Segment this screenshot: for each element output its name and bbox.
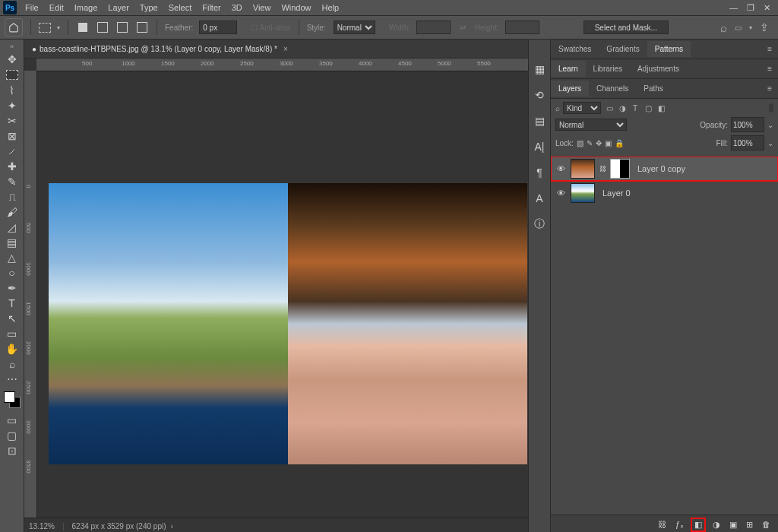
layer-name[interactable]: Layer 0 copy	[637, 164, 685, 173]
layer-thumbnail[interactable]	[571, 159, 595, 179]
style-select[interactable]: Normal	[334, 21, 375, 34]
tool-type[interactable]: T	[3, 296, 21, 311]
document-tab[interactable]: bass-coastline-HTBPNES.jpg @ 13.1% (Laye…	[40, 45, 277, 53]
filter-smart-icon[interactable]: ◧	[656, 104, 666, 112]
filter-adjust-icon[interactable]: ◑	[617, 104, 628, 112]
menu-file[interactable]: File	[20, 2, 44, 14]
filter-shape-icon[interactable]: ▢	[643, 104, 653, 112]
select-and-mask-button[interactable]: Select and Mask...	[584, 21, 669, 34]
tool-shape[interactable]: ▭	[3, 326, 21, 341]
layer-fx-icon[interactable]: ƒₓ	[675, 520, 684, 530]
layer-mask-thumbnail[interactable]	[610, 159, 630, 179]
tool-gradient[interactable]: ▤	[3, 235, 21, 250]
feather-input[interactable]	[199, 21, 237, 34]
panel-menu-icon[interactable]: ≡	[761, 45, 778, 53]
lock-transparent-icon[interactable]: ▧	[577, 139, 584, 147]
tool-blur[interactable]: △	[3, 250, 21, 265]
chevron-down-icon[interactable]: ⌄	[767, 121, 773, 129]
layer-filter-kind[interactable]: Kind	[563, 102, 601, 114]
tab-swatches[interactable]: Swatches	[551, 41, 599, 57]
blend-mode-select[interactable]: Normal	[555, 119, 627, 131]
share-icon[interactable]: ⇪	[760, 21, 769, 33]
menu-image[interactable]: Image	[69, 2, 103, 14]
home-button[interactable]	[5, 18, 23, 36]
filter-toggle[interactable]	[769, 103, 773, 112]
foreground-color[interactable]	[4, 391, 15, 403]
lock-artboard-icon[interactable]: ▣	[605, 139, 612, 147]
tool-eyedropper[interactable]: ⟋	[3, 144, 21, 159]
tool-wand[interactable]: ✦	[3, 98, 21, 113]
menu-edit[interactable]: Edit	[44, 2, 69, 14]
rail-info-icon[interactable]: ⓘ	[533, 217, 546, 231]
panel-menu-icon[interactable]: ≡	[761, 84, 778, 93]
tool-more[interactable]: ⋯	[3, 372, 21, 387]
tool-dodge[interactable]: ○	[3, 265, 21, 280]
edit-quick-icon[interactable]: ▢	[3, 428, 21, 443]
link-layers-icon[interactable]: ⛓	[658, 520, 666, 529]
menu-type[interactable]: Type	[134, 2, 163, 14]
visibility-icon[interactable]: 👁	[555, 164, 566, 173]
tool-hand[interactable]: ✋	[3, 341, 21, 356]
new-selection-icon[interactable]	[76, 21, 90, 34]
search-icon[interactable]: ⌕	[555, 104, 560, 112]
tab-learn[interactable]: Learn	[551, 61, 586, 77]
tab-gradients[interactable]: Gradients	[599, 41, 647, 57]
lock-position-icon[interactable]: ✥	[596, 139, 602, 147]
menu-layer[interactable]: Layer	[103, 2, 134, 14]
window-minimize-icon[interactable]: —	[729, 3, 738, 13]
add-selection-icon[interactable]	[96, 21, 109, 34]
chevron-down-icon[interactable]: ▾	[749, 24, 752, 31]
rail-paragraph-icon[interactable]: ¶	[533, 166, 546, 179]
foreground-background-colors[interactable]	[4, 391, 21, 408]
status-doc-info[interactable]: 6234 px x 3529 px (240 ppi)	[72, 522, 166, 530]
search-icon[interactable]: ⌕	[720, 21, 727, 34]
tool-path[interactable]: ↖	[3, 311, 21, 326]
menu-view[interactable]: View	[248, 2, 277, 14]
rail-character-icon[interactable]: A|	[533, 140, 546, 154]
ruler-horizontal[interactable]: 5001000 15002000 25003000 35004000 45005…	[36, 59, 528, 71]
fill-input[interactable]	[731, 135, 764, 150]
filter-pixel-icon[interactable]: ▭	[604, 104, 615, 112]
tool-lasso[interactable]: ⌇	[3, 83, 21, 98]
panel-menu-icon[interactable]: ≡	[761, 65, 778, 73]
edit-screen-icon[interactable]: ⊡	[3, 443, 21, 458]
filter-type-icon[interactable]: T	[630, 104, 640, 112]
layer-thumbnail[interactable]	[571, 183, 595, 203]
new-layer-icon[interactable]: ⊞	[746, 520, 753, 530]
tab-channels[interactable]: Channels	[589, 81, 636, 97]
tab-paths[interactable]: Paths	[636, 81, 671, 97]
layer-name[interactable]: Layer 0	[602, 188, 631, 198]
lock-all-icon[interactable]: 🔒	[615, 139, 624, 147]
edit-standard-icon[interactable]: ▭	[3, 413, 21, 428]
rail-glyphs-icon[interactable]: A	[533, 192, 546, 205]
chevron-down-icon[interactable]: ⌄	[767, 139, 773, 147]
tool-eraser[interactable]: ◿	[3, 220, 21, 235]
intersect-selection-icon[interactable]	[135, 21, 149, 34]
status-zoom[interactable]: 13.12%	[29, 522, 55, 530]
rail-properties-icon[interactable]: ▤	[533, 114, 546, 128]
visibility-icon[interactable]: 👁	[555, 188, 566, 198]
menu-filter[interactable]: Filter	[197, 2, 226, 14]
tool-frame[interactable]: ⊠	[3, 128, 21, 144]
tab-layers[interactable]: Layers	[551, 81, 589, 97]
tab-libraries[interactable]: Libraries	[586, 61, 630, 77]
status-chevron-icon[interactable]: ›	[171, 522, 173, 530]
tool-zoom[interactable]: ⌕	[3, 356, 21, 372]
tool-heal[interactable]: ✚	[3, 159, 21, 174]
screen-mode-icon[interactable]: ▭	[735, 24, 742, 32]
tool-stamp[interactable]: ⎍	[3, 189, 21, 204]
chevron-down-icon[interactable]: ▾	[57, 24, 60, 31]
tab-close-icon[interactable]: ×	[283, 45, 288, 53]
window-close-icon[interactable]: ✕	[764, 3, 770, 13]
tool-move[interactable]: ✥	[3, 52, 21, 67]
rail-history-icon[interactable]: ⟲	[533, 88, 546, 102]
adjustment-layer-icon[interactable]: ◑	[713, 520, 720, 530]
tool-pen[interactable]: ✒	[3, 280, 21, 296]
menu-window[interactable]: Window	[276, 2, 316, 14]
menu-3d[interactable]: 3D	[226, 2, 248, 14]
ruler-vertical[interactable]: 0500 10001500 20002500 30003500	[24, 71, 37, 518]
opacity-input[interactable]	[731, 117, 764, 132]
menu-select[interactable]: Select	[163, 2, 198, 14]
window-restore-icon[interactable]: ❐	[747, 3, 754, 13]
add-mask-icon[interactable]: ◧	[693, 520, 704, 530]
